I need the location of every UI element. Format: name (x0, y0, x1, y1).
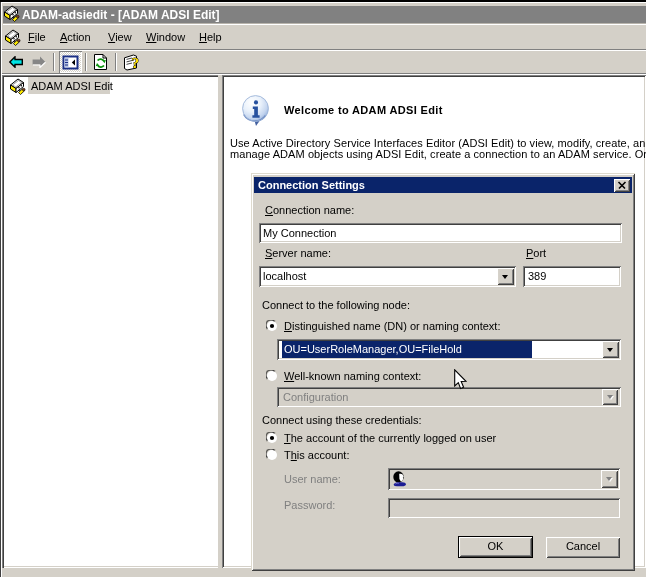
svg-text:?: ? (132, 55, 140, 71)
